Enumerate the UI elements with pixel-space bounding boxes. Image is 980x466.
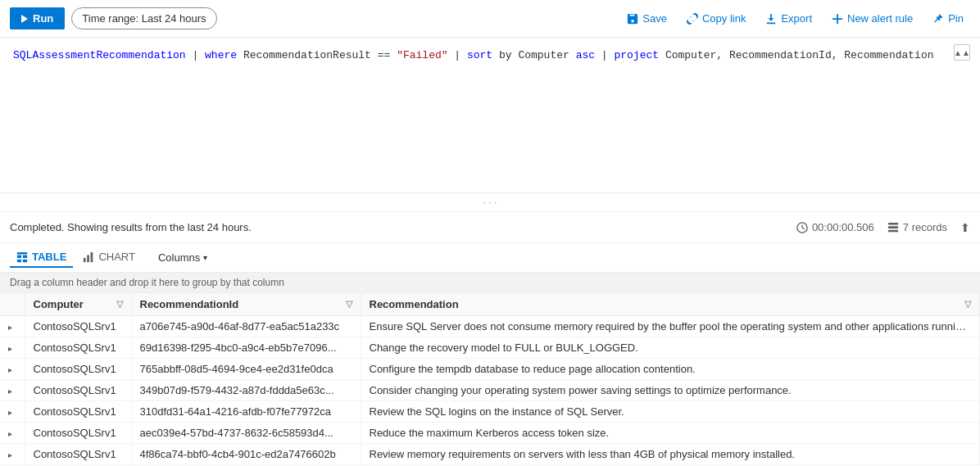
plus-icon (832, 13, 843, 25)
table-row[interactable]: ▸ContosoSQLSrv1aec039e4-57bd-4737-8632-6… (0, 423, 980, 444)
save-button[interactable]: Save (620, 9, 674, 28)
row-computer-cell: ContosoSQLSrv1 (25, 423, 131, 444)
export-button[interactable]: Export (759, 9, 819, 28)
svg-rect-1 (888, 222, 898, 224)
copy-link-button[interactable]: Copy link (680, 9, 752, 28)
tab-table[interactable]: TABLE (10, 247, 73, 268)
new-alert-rule-label: New alert rule (847, 12, 913, 25)
export-icon (765, 13, 777, 25)
row-recommendation-cell: Review memory requirements on servers wi… (361, 444, 980, 465)
toolbar: Run Time range: Last 24 hours Save Copy … (0, 0, 980, 38)
table-row[interactable]: ▸ContosoSQLSrv1310dfd31-64a1-4216-afdb-f… (0, 401, 980, 423)
table-row[interactable]: ▸ContosoSQLSrv1765abbff-08d5-4694-9ce4-e… (0, 359, 980, 380)
expand-icon[interactable]: ▸ (8, 344, 12, 353)
expand-icon[interactable]: ▸ (8, 408, 12, 417)
link-icon (687, 13, 698, 25)
row-expand-cell[interactable]: ▸ (0, 423, 25, 444)
time-range-button[interactable]: Time range: Last 24 hours (71, 7, 216, 29)
row-recid-cell: 310dfd31-64a1-4216-afdb-f07fe77972ca (131, 401, 361, 423)
th-computer[interactable]: Computer ▽ (25, 293, 131, 316)
expand-icon[interactable]: ▸ (8, 450, 12, 459)
row-computer-cell: ContosoSQLSrv1 (25, 380, 131, 401)
row-computer-cell: ContosoSQLSrv1 (25, 401, 131, 423)
table-icon (16, 251, 28, 263)
th-rec-id[interactable]: RecommendationId ▽ (131, 293, 361, 316)
chevron-down-icon: ▾ (203, 253, 207, 262)
table-row[interactable]: ▸ContosoSQLSrv169d16398-f295-4bc0-a9c4-e… (0, 337, 980, 359)
chart-icon (83, 251, 94, 263)
row-expand-cell[interactable]: ▸ (0, 444, 25, 465)
filter-recid-icon[interactable]: ▽ (346, 299, 352, 310)
run-button[interactable]: Run (10, 7, 65, 29)
table-row[interactable]: ▸ContosoSQLSrv1349b07d9-f579-4432-a87d-f… (0, 380, 980, 401)
row-computer-cell: ContosoSQLSrv1 (25, 337, 131, 359)
columns-button[interactable]: Columns ▾ (152, 248, 214, 267)
row-recommendation-cell: Configure the tempdb database to reduce … (361, 359, 980, 380)
table-header-row: Computer ▽ RecommendationId ▽ Recommenda… (0, 293, 980, 316)
row-recid-cell: a706e745-a90d-46af-8d77-ea5ac51a233c (131, 316, 361, 337)
new-alert-rule-button[interactable]: New alert rule (825, 9, 919, 28)
row-recommendation-cell: Consider changing your operating system … (361, 380, 980, 401)
svg-rect-9 (84, 257, 86, 261)
records-icon (887, 222, 899, 233)
row-recid-cell: 765abbff-08d5-4694-9ce4-ee2d31fe0dca (131, 359, 361, 380)
copy-link-label: Copy link (702, 12, 746, 25)
expand-icon[interactable]: ▸ (8, 323, 12, 332)
tab-chart-label: CHART (98, 251, 135, 263)
row-recid-cell: 69d16398-f295-4bc0-a9c4-eb5b7e7096... (131, 337, 361, 359)
row-expand-cell[interactable]: ▸ (0, 337, 25, 359)
filter-rec-icon[interactable]: ▽ (964, 299, 971, 310)
svg-rect-10 (88, 255, 90, 262)
svg-rect-6 (23, 255, 27, 258)
export-results-button[interactable]: ⬆ (960, 221, 970, 234)
query-editor[interactable]: SQLAssessmentRecommendation | where Reco… (0, 38, 980, 193)
row-expand-cell[interactable]: ▸ (0, 401, 25, 423)
svg-rect-5 (17, 255, 21, 258)
results-table: Computer ▽ RecommendationId ▽ Recommenda… (0, 293, 980, 465)
row-recommendation-cell: Change the recovery model to FULL or BUL… (361, 337, 980, 359)
pin-button[interactable]: Pin (926, 9, 970, 28)
expand-icon[interactable]: ▸ (8, 429, 12, 438)
row-recommendation-cell: Reduce the maximum Kerberos access token… (361, 423, 980, 444)
svg-rect-4 (17, 251, 27, 254)
duration-value: 00:00:00.506 (812, 221, 874, 233)
table-body: ▸ContosoSQLSrv1a706e745-a90d-46af-8d77-e… (0, 316, 980, 465)
kw-sql-assessment: SQLAssessmentRecommendation (13, 49, 186, 61)
expand-icon[interactable]: ▸ (8, 365, 12, 374)
filter-computer-icon[interactable]: ▽ (116, 299, 123, 310)
table-row[interactable]: ▸ContosoSQLSrv14f86ca74-bbf0-4cb4-901c-e… (0, 444, 980, 465)
expand-icon[interactable]: ▸ (8, 387, 12, 396)
row-computer-cell: ContosoSQLSrv1 (25, 316, 131, 337)
tab-chart[interactable]: CHART (76, 247, 142, 268)
status-meta: 00:00:00.506 7 records ⬆ (796, 221, 970, 234)
table-row[interactable]: ▸ContosoSQLSrv1a706e745-a90d-46af-8d77-e… (0, 316, 980, 337)
pin-icon (932, 13, 944, 25)
play-icon (21, 15, 28, 23)
row-recid-cell: 4f86ca74-bbf0-4cb4-901c-ed2a7476602b (131, 444, 361, 465)
pin-label: Pin (948, 12, 964, 25)
svg-rect-8 (23, 259, 27, 262)
row-expand-cell[interactable]: ▸ (0, 380, 25, 401)
svg-rect-2 (888, 226, 898, 228)
svg-rect-3 (888, 229, 898, 232)
row-expand-cell[interactable]: ▸ (0, 359, 25, 380)
row-expand-cell[interactable]: ▸ (0, 316, 25, 337)
row-recommendation-cell: Review the SQL logins on the instance of… (361, 401, 980, 423)
row-recommendation-cell: Ensure SQL Server does not consume memor… (361, 316, 980, 337)
th-expand (0, 293, 25, 316)
duration-indicator: 00:00:00.506 (796, 221, 874, 233)
columns-label: Columns (158, 251, 200, 264)
row-recid-cell: 349b07d9-f579-4432-a87d-fddda5e63c... (131, 380, 361, 401)
results-toolbar: TABLE CHART Columns ▾ (0, 243, 980, 273)
collapse-editor-button[interactable]: ▲▲ (954, 44, 970, 61)
records-indicator: 7 records (887, 221, 947, 233)
svg-rect-11 (91, 251, 93, 261)
save-label: Save (642, 12, 667, 25)
export-label: Export (781, 12, 812, 25)
svg-rect-7 (17, 259, 21, 262)
results-table-wrapper[interactable]: Computer ▽ RecommendationId ▽ Recommenda… (0, 293, 980, 466)
th-recommendation[interactable]: Recommendation ▽ (361, 293, 980, 316)
status-bar: Completed. Showing results from the last… (0, 212, 980, 243)
drag-handle[interactable]: · · · (0, 193, 980, 212)
clock-icon (796, 222, 808, 233)
